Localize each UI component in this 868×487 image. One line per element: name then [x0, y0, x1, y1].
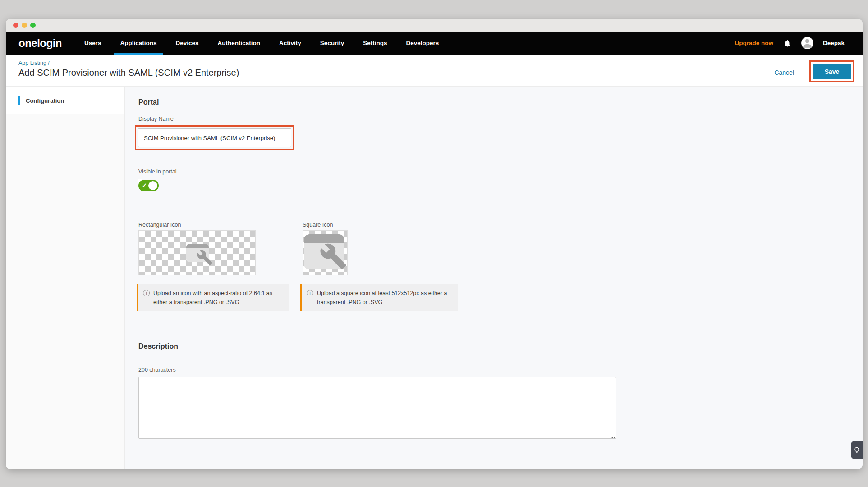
info-text: Upload a square icon at least 512x512px … [317, 289, 452, 307]
avatar[interactable] [801, 37, 813, 49]
app-window: onelogin Users Applications Devices Auth… [6, 19, 863, 469]
display-name-label: Display Name [138, 116, 174, 122]
annotation-highlight-display-name [135, 125, 294, 150]
square-icon-label: Square Icon [303, 222, 333, 228]
wrench-icon [319, 242, 347, 270]
display-name-input[interactable] [138, 128, 291, 147]
info-text: Upload an icon with an aspect-ratio of 2… [153, 289, 283, 307]
square-icon-info: Upload a square icon at least 512x512px … [300, 284, 458, 311]
nav-item-applications[interactable]: Applications [120, 32, 157, 55]
nav-menu: Users Applications Devices Authenticatio… [84, 32, 439, 55]
rectangular-icon-preview[interactable] [138, 230, 256, 275]
help-lightbulb-button[interactable] [851, 441, 863, 459]
bell-icon[interactable] [783, 39, 792, 48]
window-close-button[interactable] [13, 23, 18, 28]
portal-section-heading: Portal [138, 98, 159, 106]
top-nav: onelogin Users Applications Devices Auth… [6, 32, 863, 55]
window-minimize-button[interactable] [22, 23, 27, 28]
nav-item-devices[interactable]: Devices [176, 32, 199, 55]
window-zoom-button[interactable] [30, 23, 36, 28]
square-icon-preview[interactable] [303, 230, 348, 275]
nav-item-authentication[interactable]: Authentication [218, 32, 261, 55]
nav-item-developers[interactable]: Developers [406, 32, 439, 55]
active-indicator-bar [18, 96, 20, 105]
page-title: Add SCIM Provisioner with SAML (SCIM v2 … [18, 68, 239, 78]
nav-item-security[interactable]: Security [320, 32, 344, 55]
user-name: Deepak [823, 40, 845, 46]
nav-right-cluster: Upgrade now Deepak [735, 37, 845, 49]
description-section-heading: Description [138, 342, 178, 350]
wrench-icon [197, 250, 213, 266]
sidebar: Configuration [6, 87, 125, 469]
onelogin-logo[interactable]: onelogin [18, 37, 62, 50]
character-limit-label: 200 characters [138, 367, 176, 373]
upgrade-now-link[interactable]: Upgrade now [735, 40, 773, 46]
description-textarea[interactable] [138, 377, 616, 439]
nav-item-activity[interactable]: Activity [279, 32, 301, 55]
annotation-highlight-save: Save [809, 60, 854, 82]
rectangular-icon-label: Rectangular Icon [138, 222, 181, 228]
lightbulb-icon [854, 447, 860, 453]
info-icon [307, 290, 313, 296]
sidebar-item-label: Configuration [26, 97, 64, 104]
sidebar-item-configuration[interactable]: Configuration [6, 87, 124, 114]
toggle-knob [148, 181, 157, 190]
breadcrumb[interactable]: App Listing / [18, 60, 50, 66]
content-area: Configuration Portal Display Name Visibl… [6, 87, 863, 469]
save-button[interactable]: Save [813, 64, 851, 79]
nav-item-settings[interactable]: Settings [363, 32, 387, 55]
page-header: App Listing / Add SCIM Provisioner with … [6, 55, 863, 87]
visible-in-portal-label: Visible in portal [138, 168, 177, 175]
cancel-button[interactable]: Cancel [774, 69, 794, 76]
main-panel: Portal Display Name Visible in portal Re… [125, 87, 863, 469]
info-icon [143, 290, 150, 296]
nav-item-users[interactable]: Users [84, 32, 101, 55]
window-titlebar [6, 19, 863, 32]
visible-in-portal-toggle[interactable] [138, 180, 159, 191]
rectangular-icon-info: Upload an icon with an aspect-ratio of 2… [137, 284, 289, 311]
